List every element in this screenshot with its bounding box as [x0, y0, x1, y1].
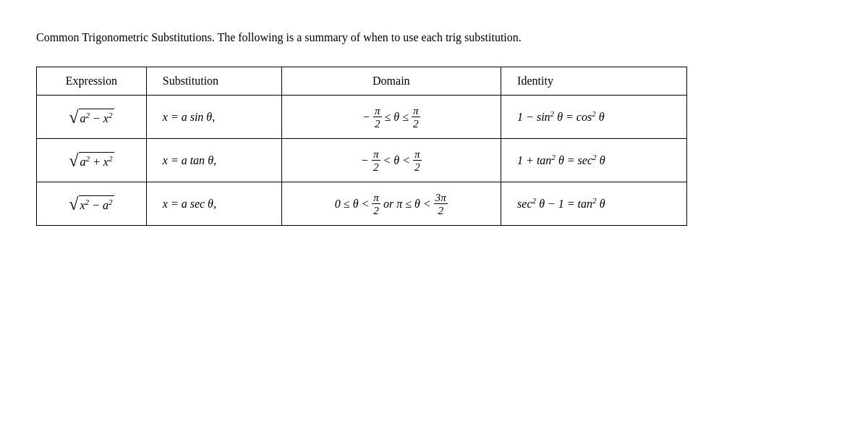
- identity-1: 1 − sin2 θ = cos2 θ: [501, 96, 687, 139]
- header-identity: Identity: [501, 67, 687, 96]
- expr-1: √ a2 − x2: [37, 96, 147, 139]
- table-header-row: Expression Substitution Domain Identity: [37, 67, 687, 96]
- subst-2: x = a tan θ,: [146, 139, 281, 182]
- header-domain: Domain: [281, 67, 501, 96]
- sqrt-expr-3: √ x2 − a2: [69, 195, 114, 213]
- trig-substitution-table: Expression Substitution Domain Identity …: [36, 67, 687, 226]
- table-row: √ x2 − a2 x = a sec θ, 0 ≤ θ < π 2 or π …: [37, 182, 687, 226]
- sqrt-expr-2: √ a2 + x2: [69, 152, 114, 169]
- or-text: or: [383, 198, 393, 211]
- intro-text: Common Trigonometric Substitutions. The …: [36, 29, 832, 46]
- identity-2: 1 + tan2 θ = sec2 θ: [501, 139, 687, 182]
- table-row: √ a2 + x2 x = a tan θ, − π 2 < θ < π: [37, 139, 687, 182]
- subst-3: x = a sec θ,: [146, 182, 281, 226]
- expr-3: √ x2 − a2: [37, 182, 147, 226]
- sqrt-expr-1: √ a2 − x2: [69, 109, 114, 126]
- identity-3: sec2 θ − 1 = tan2 θ: [501, 182, 687, 226]
- header-substitution: Substitution: [146, 67, 281, 96]
- header-expression: Expression: [37, 67, 147, 96]
- subst-1: x = a sin θ,: [146, 96, 281, 139]
- domain-1: − π 2 ≤ θ ≤ π 2: [281, 96, 501, 139]
- domain-3: 0 ≤ θ < π 2 or π ≤ θ < 3π 2: [281, 182, 501, 226]
- expr-2: √ a2 + x2: [37, 139, 147, 182]
- domain-2: − π 2 < θ < π 2: [281, 139, 501, 182]
- table-row: √ a2 − x2 x = a sin θ, − π 2 ≤ θ ≤ π: [37, 96, 687, 139]
